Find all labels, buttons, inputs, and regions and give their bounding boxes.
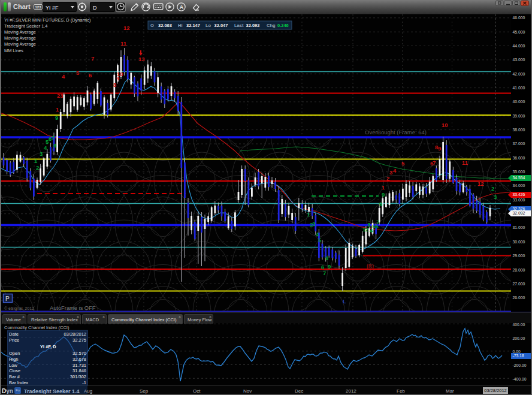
svg-text:Hi: Hi — [178, 23, 183, 28]
svg-text:200.00: 200.00 — [513, 336, 525, 340]
svg-text:44.000: 44.000 — [513, 44, 525, 48]
svg-text:33.000: 33.000 — [513, 198, 525, 202]
svg-text:34.554: 34.554 — [513, 176, 525, 180]
svg-text:5: 5 — [318, 237, 322, 243]
svg-text:5: 5 — [401, 160, 405, 167]
svg-text:3: 3 — [494, 194, 497, 200]
svg-text:5: 5 — [76, 70, 80, 76]
svg-text:1: 1 — [56, 106, 59, 113]
svg-text:37.000: 37.000 — [513, 141, 525, 146]
svg-text:42.000: 42.000 — [513, 72, 525, 76]
svg-text:10: 10 — [117, 71, 123, 77]
svg-text:8: 8 — [53, 142, 56, 149]
svg-text:31.731: 31.731 — [72, 363, 86, 368]
svg-text:03/28/2012: 03/28/2012 — [64, 331, 86, 337]
svg-text:31.846: 31.846 — [72, 368, 86, 373]
svg-text:9: 9 — [438, 145, 441, 152]
svg-text:6: 6 — [89, 72, 92, 79]
svg-text:1: 1 — [34, 158, 38, 164]
svg-text:Bar Index: Bar Index — [9, 380, 28, 385]
svg-text:7: 7 — [52, 134, 55, 141]
svg-text:Bar #: Bar # — [9, 374, 20, 379]
svg-text:4: 4 — [393, 167, 397, 174]
svg-text:Commodity Channel Index (CCI): Commodity Channel Index (CCI) — [4, 325, 69, 330]
svg-text:32.063: 32.063 — [158, 23, 172, 28]
svg-text:32.678: 32.678 — [72, 357, 86, 362]
svg-text:12: 12 — [477, 180, 484, 187]
svg-text:29.000: 29.000 — [513, 254, 525, 258]
svg-text:Moving Average: Moving Average — [4, 35, 36, 41]
svg-text:12: 12 — [123, 25, 130, 31]
svg-text:9: 9 — [382, 191, 385, 198]
svg-text:O: O — [150, 23, 154, 28]
svg-text:AutoFrame is OFF: AutoFrame is OFF — [50, 305, 96, 311]
svg-text:2: 2 — [36, 164, 39, 171]
svg-text:39.000: 39.000 — [513, 114, 525, 118]
svg-text:L: L — [343, 298, 346, 304]
svg-text:-200.00: -200.00 — [513, 363, 527, 367]
svg-text:11: 11 — [120, 40, 127, 47]
svg-text:2: 2 — [491, 185, 494, 192]
svg-text:26.000: 26.000 — [513, 296, 525, 300]
svg-text:2: 2 — [386, 175, 389, 182]
svg-text:32.147: 32.147 — [186, 23, 200, 28]
svg-text:Last: Last — [234, 23, 244, 28]
svg-text:Tradesight Seeker 1.4: Tradesight Seeker 1.4 — [4, 23, 47, 29]
svg-text:-73.18: -73.18 — [513, 354, 524, 358]
svg-text:35.000: 35.000 — [513, 170, 525, 174]
svg-text:3: 3 — [389, 169, 392, 176]
svg-text:3: 3 — [312, 221, 315, 227]
svg-text:32.092: 32.092 — [513, 211, 525, 215]
svg-text:45.000: 45.000 — [513, 30, 525, 34]
svg-text:7: 7 — [91, 55, 94, 62]
svg-text:301/302: 301/302 — [70, 374, 86, 379]
svg-text:27.000: 27.000 — [513, 282, 525, 286]
svg-text:23: 23 — [57, 92, 64, 99]
svg-text:32.275: 32.275 — [72, 337, 86, 343]
svg-text:YI #F, D: YI #F, D — [40, 344, 56, 349]
svg-text:© eSignal, 2012: © eSignal, 2012 — [4, 306, 34, 311]
svg-text:1: 1 — [382, 184, 385, 191]
svg-text:28.000: 28.000 — [513, 268, 525, 272]
svg-text:11: 11 — [462, 159, 468, 166]
svg-text:Price: Price — [9, 337, 19, 343]
svg-text:41.000: 41.000 — [513, 86, 525, 90]
svg-text:0.246: 0.246 — [277, 23, 289, 28]
svg-text:9: 9 — [328, 263, 331, 270]
svg-text:1: 1 — [307, 211, 310, 218]
svg-text:32.047: 32.047 — [214, 23, 228, 28]
svg-text:34.000: 34.000 — [513, 183, 525, 188]
svg-text:31.000: 31.000 — [513, 225, 525, 230]
svg-text:7: 7 — [323, 270, 326, 276]
svg-text:Open: Open — [9, 351, 20, 356]
svg-text:9: 9 — [55, 114, 58, 121]
svg-text:Moving Average: Moving Average — [4, 41, 36, 47]
svg-text:8: 8 — [325, 255, 328, 261]
svg-text:40.000: 40.000 — [513, 99, 525, 104]
svg-text:(R): (R) — [367, 263, 374, 269]
svg-text:38.000: 38.000 — [513, 128, 525, 132]
svg-text:32.092: 32.092 — [246, 23, 260, 28]
svg-text:33.426: 33.426 — [513, 192, 525, 197]
svg-text:13: 13 — [138, 56, 145, 62]
svg-text:Close: Close — [9, 368, 20, 373]
svg-text:Chg: Chg — [267, 23, 276, 28]
svg-text:Moving Average: Moving Average — [4, 29, 36, 35]
svg-text:3: 3 — [40, 150, 43, 157]
svg-text:Low: Low — [9, 363, 17, 368]
svg-text:7: 7 — [376, 219, 379, 225]
svg-text:36.000: 36.000 — [513, 156, 525, 160]
svg-text:MM Lines: MM Lines — [4, 48, 23, 53]
svg-text:32.570: 32.570 — [72, 351, 86, 356]
svg-text:8: 8 — [379, 201, 382, 207]
svg-text:High: High — [9, 357, 18, 362]
svg-text:-400.00: -400.00 — [513, 377, 527, 381]
svg-text:30.000: 30.000 — [513, 240, 525, 244]
svg-text:10: 10 — [442, 122, 448, 128]
svg-text:4: 4 — [44, 144, 47, 151]
svg-text:P: P — [5, 296, 10, 302]
svg-text:Date: Date — [9, 331, 19, 337]
svg-text:46.000: 46.000 — [513, 16, 525, 20]
svg-text:Lo: Lo — [205, 23, 211, 28]
svg-text:4: 4 — [62, 73, 65, 80]
